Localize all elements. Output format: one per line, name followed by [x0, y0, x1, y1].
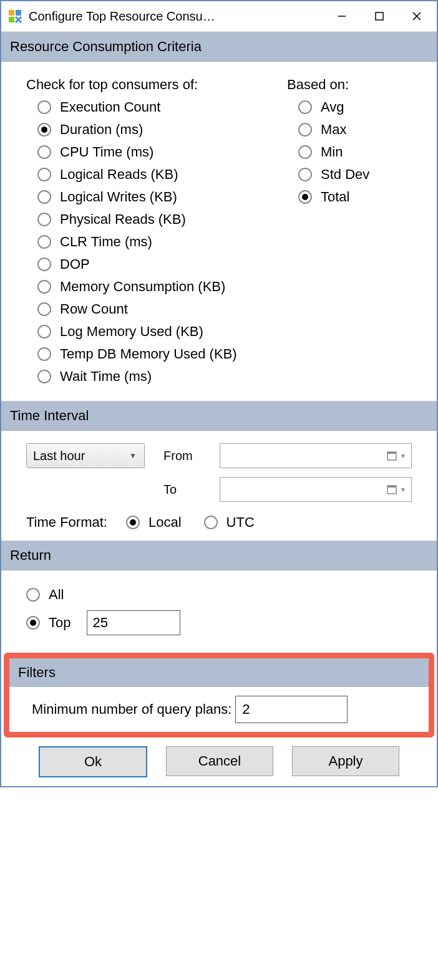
- svg-rect-4: [376, 12, 383, 20]
- time-format-radio-1[interactable]: [204, 516, 218, 529]
- calendar-icon[interactable]: ▼: [386, 484, 406, 495]
- svg-rect-2: [9, 17, 14, 22]
- window-title: Configure Top Resource Consu…: [29, 9, 323, 24]
- from-datetime-input[interactable]: ▼: [220, 443, 412, 468]
- return-top-label: Top: [49, 615, 71, 631]
- basedon-label-0: Avg: [321, 99, 344, 115]
- min-query-plans-input[interactable]: 2: [235, 696, 348, 723]
- time-format-label: Time Format:: [26, 514, 107, 531]
- time-format-label-1: UTC: [226, 514, 255, 531]
- return-top-input[interactable]: 25: [87, 610, 180, 635]
- consumer-radio-0[interactable]: [37, 100, 51, 114]
- apply-button[interactable]: Apply: [292, 746, 399, 776]
- ok-button[interactable]: Ok: [39, 746, 147, 777]
- maximize-button[interactable]: [361, 2, 398, 30]
- consumers-group-label: Check for top consumers of:: [26, 77, 282, 93]
- consumer-radio-5[interactable]: [37, 213, 51, 226]
- basedon-radio-4[interactable]: [298, 190, 312, 204]
- calendar-icon[interactable]: ▼: [386, 450, 406, 461]
- consumer-label-8: Memory Consumption (KB): [60, 279, 225, 295]
- cancel-button[interactable]: Cancel: [166, 746, 273, 776]
- filters-section-header: Filters: [9, 658, 429, 687]
- consumer-label-2: CPU Time (ms): [60, 144, 153, 160]
- basedon-radio-1[interactable]: [298, 123, 312, 137]
- svg-rect-10: [387, 486, 396, 488]
- consumer-label-7: DOP: [60, 256, 90, 272]
- consumer-label-5: Physical Reads (KB): [60, 211, 186, 228]
- consumer-radio-2[interactable]: [37, 145, 51, 159]
- criteria-section-header: Resource Consumption Criteria: [1, 32, 437, 62]
- min-query-plans-value: 2: [242, 701, 250, 718]
- return-top-radio[interactable]: [26, 616, 40, 630]
- consumer-label-4: Logical Writes (KB): [60, 189, 177, 205]
- basedon-label-4: Total: [321, 189, 349, 205]
- time-preset-combo[interactable]: Last hour ▼: [26, 443, 145, 468]
- basedon-label-2: Min: [321, 144, 343, 160]
- minimize-button[interactable]: [323, 2, 361, 30]
- from-label: From: [163, 449, 220, 463]
- consumer-label-3: Logical Reads (KB): [60, 166, 178, 183]
- basedon-label-1: Max: [321, 122, 347, 138]
- svg-rect-0: [9, 10, 14, 16]
- to-label: To: [163, 483, 220, 497]
- app-icon: [7, 9, 22, 24]
- consumer-radio-6[interactable]: [37, 235, 51, 249]
- consumer-label-12: Wait Time (ms): [60, 368, 152, 385]
- basedon-radio-2[interactable]: [298, 145, 312, 159]
- to-datetime-input[interactable]: ▼: [220, 477, 412, 502]
- consumer-label-0: Execution Count: [60, 99, 160, 115]
- consumer-label-6: CLR Time (ms): [60, 234, 152, 250]
- close-button[interactable]: [398, 2, 436, 30]
- consumer-label-11: Temp DB Memory Used (KB): [60, 346, 237, 362]
- time-section-header: Time Interval: [1, 401, 437, 431]
- time-preset-value: Last hour: [33, 449, 85, 463]
- consumer-radio-4[interactable]: [37, 190, 51, 204]
- min-query-plans-label: Minimum number of query plans:: [32, 701, 231, 718]
- consumer-radio-1[interactable]: [37, 123, 51, 137]
- consumer-label-1: Duration (ms): [60, 122, 143, 138]
- consumer-radio-12[interactable]: [37, 370, 51, 383]
- return-section-header: Return: [1, 541, 437, 570]
- consumer-radio-11[interactable]: [37, 347, 51, 361]
- basedon-radio-0[interactable]: [298, 100, 312, 114]
- consumer-radio-3[interactable]: [37, 168, 51, 181]
- consumer-label-10: Log Memory Used (KB): [60, 324, 203, 340]
- time-format-label-0: Local: [148, 514, 182, 531]
- consumer-radio-7[interactable]: [37, 257, 51, 271]
- consumer-radio-10[interactable]: [37, 325, 51, 339]
- return-top-value: 25: [92, 615, 107, 631]
- return-all-radio[interactable]: [26, 588, 40, 602]
- svg-rect-8: [387, 452, 396, 454]
- consumer-radio-9[interactable]: [37, 302, 51, 316]
- consumer-label-9: Row Count: [60, 301, 128, 317]
- return-all-label: All: [49, 587, 64, 603]
- filters-highlight: Filters Minimum number of query plans: 2: [4, 653, 434, 737]
- time-format-radio-0[interactable]: [126, 516, 140, 529]
- chevron-down-icon: ▼: [129, 451, 137, 460]
- svg-rect-1: [16, 10, 21, 16]
- basedon-group-label: Based on:: [287, 77, 424, 93]
- basedon-radio-3[interactable]: [298, 168, 312, 181]
- basedon-label-3: Std Dev: [321, 166, 369, 183]
- consumer-radio-8[interactable]: [37, 280, 51, 294]
